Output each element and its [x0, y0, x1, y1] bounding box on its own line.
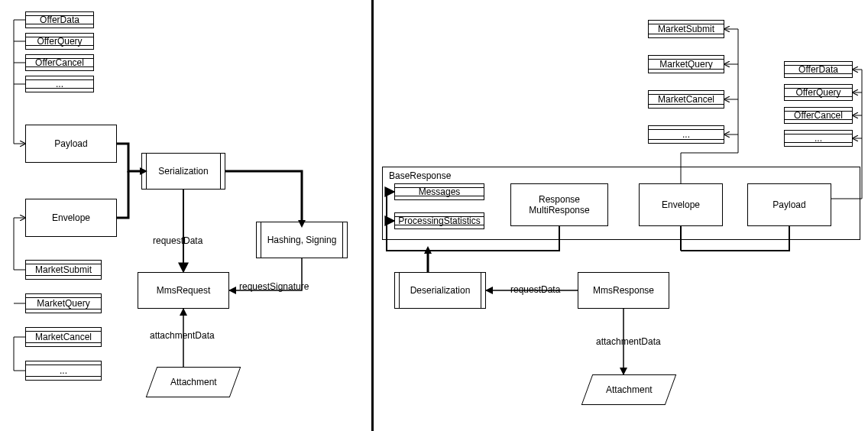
box-r-attachment: Attachment	[581, 374, 677, 405]
label: ProcessingStatistics	[398, 216, 480, 226]
box-r-offerquery: OfferQuery	[784, 84, 853, 101]
box-attachment: Attachment	[146, 367, 241, 397]
label: Attachment	[170, 377, 217, 387]
svg-marker-16	[424, 246, 432, 254]
box-response-multi: Response MultiResponse	[510, 183, 608, 226]
label: Deserialization	[410, 285, 471, 296]
box-r-offercancel: OfferCancel	[784, 107, 853, 124]
box-deserialization: Deserialization	[394, 272, 486, 309]
label: OfferQuery	[795, 87, 840, 98]
label-requestdata-left: requestData	[153, 235, 202, 246]
box-procstats: ProcessingStatistics	[394, 212, 484, 229]
box-r-marketquery: MarketQuery	[648, 55, 724, 73]
label-requestdata-right: requestData	[510, 284, 560, 295]
label: ...	[815, 133, 822, 144]
label-baseresponse: BaseResponse	[389, 170, 451, 181]
label: Envelope	[662, 199, 700, 210]
vertical-divider	[371, 0, 374, 431]
box-payload: Payload	[25, 125, 117, 163]
label: Attachment	[606, 384, 653, 395]
label: MmsRequest	[157, 285, 211, 296]
box-marketquery: MarketQuery	[25, 293, 102, 313]
label: Hashing, Signing	[267, 235, 337, 245]
box-r-marketcancel: MarketCancel	[648, 90, 724, 109]
label: Response MultiResponse	[529, 194, 589, 216]
label: OfferCancel	[794, 110, 843, 121]
label-attachmentdata-right: attachmentData	[596, 336, 661, 347]
box-offerquery: OfferQuery	[25, 33, 94, 50]
label: OfferData	[798, 64, 838, 75]
box-mmsrequest: MmsRequest	[138, 272, 229, 309]
label: MarketCancel	[658, 94, 714, 105]
box-r-offerdata: OfferData	[784, 61, 853, 78]
box-marketcancel: MarketCancel	[25, 327, 102, 347]
label: MmsResponse	[593, 285, 654, 296]
label: ...	[682, 129, 690, 140]
label: MarketSubmit	[658, 24, 714, 34]
label: OfferCancel	[35, 57, 84, 68]
label: MarketCancel	[35, 332, 92, 342]
label: Payload	[54, 138, 87, 149]
box-offercancel: OfferCancel	[25, 54, 94, 71]
label: ...	[56, 79, 63, 89]
box-r-marketsubmit: MarketSubmit	[648, 20, 724, 38]
label: Messages	[419, 186, 461, 197]
box-r-market-more: ...	[648, 125, 724, 144]
label: OfferQuery	[37, 36, 82, 47]
box-r-envelope: Envelope	[639, 183, 723, 226]
box-messages: Messages	[394, 183, 484, 200]
box-market-more: ...	[25, 361, 102, 381]
label: Payload	[772, 199, 805, 210]
diagram-canvas: OfferData OfferQuery OfferCancel ... Pay…	[0, 0, 868, 431]
box-offer-more: ...	[25, 76, 94, 92]
label: MarketSubmit	[35, 264, 92, 275]
label: Envelope	[52, 212, 90, 223]
box-mmsresponse: MmsResponse	[578, 272, 669, 309]
box-hashing: Hashing, Signing	[256, 222, 348, 258]
label: Serialization	[158, 166, 208, 177]
box-serialization: Serialization	[141, 153, 225, 190]
box-marketsubmit: MarketSubmit	[25, 260, 102, 280]
label: MarketQuery	[659, 59, 712, 70]
box-r-payload: Payload	[747, 183, 831, 226]
box-r-offer-more: ...	[784, 130, 853, 147]
label: OfferData	[40, 15, 79, 25]
box-envelope: Envelope	[25, 199, 117, 237]
label-requestsignature: requestSignature	[239, 281, 309, 292]
label: MarketQuery	[37, 298, 89, 309]
label: ...	[60, 365, 67, 376]
label-attachmentdata-left: attachmentData	[150, 330, 215, 341]
box-offerdata: OfferData	[25, 11, 94, 28]
